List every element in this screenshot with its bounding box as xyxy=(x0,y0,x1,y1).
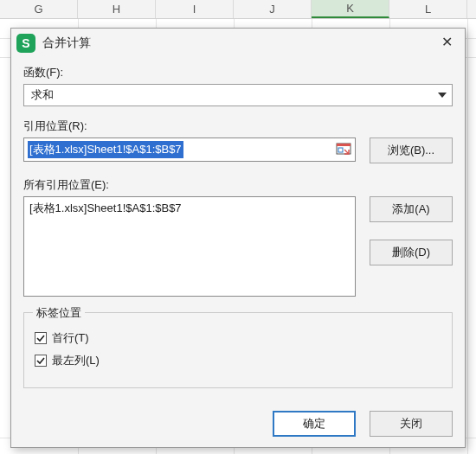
close-icon[interactable]: ✕ xyxy=(434,33,460,54)
column-headers: G H I J K L xyxy=(0,0,476,19)
col-header[interactable]: H xyxy=(78,0,156,18)
left-col-label: 最左列(L) xyxy=(52,353,100,368)
left-col-checkbox[interactable] xyxy=(35,355,47,367)
reference-value: [表格1.xlsx]Sheet1!$A$1:$B$7 xyxy=(28,141,183,158)
col-header[interactable]: L xyxy=(389,0,467,18)
left-col-checkbox-row[interactable]: 最左列(L) xyxy=(35,353,441,368)
col-header[interactable]: G xyxy=(0,0,78,18)
function-value: 求和 xyxy=(31,87,54,103)
col-header-selected[interactable]: K xyxy=(312,0,389,18)
dialog-body: 函数(F): 求和 引用位置(R): [表格1.xlsx]Sheet1!$A$1… xyxy=(11,58,465,447)
ok-button[interactable]: 确定 xyxy=(273,411,356,437)
col-header[interactable]: I xyxy=(156,0,234,18)
svg-rect-1 xyxy=(337,144,351,146)
reference-label: 引用位置(R): xyxy=(23,118,453,134)
dialog-footer: 确定 关闭 xyxy=(23,395,453,437)
all-references-listbox[interactable]: [表格1.xlsx]Sheet1!$A$1:$B$7 xyxy=(23,196,356,297)
add-button[interactable]: 添加(A) xyxy=(370,196,453,222)
range-picker-icon[interactable] xyxy=(336,143,351,157)
top-row-checkbox[interactable] xyxy=(35,332,47,344)
labels-group: 标签位置 首行(T) 最左列(L) xyxy=(23,312,453,388)
dialog-title: 合并计算 xyxy=(42,35,434,51)
reference-input[interactable]: [表格1.xlsx]Sheet1!$A$1:$B$7 xyxy=(23,137,356,162)
delete-button[interactable]: 删除(D) xyxy=(370,240,453,265)
top-row-label: 首行(T) xyxy=(52,330,89,346)
close-button[interactable]: 关闭 xyxy=(370,411,453,437)
dialog-titlebar[interactable]: S 合并计算 ✕ xyxy=(11,29,465,58)
labels-group-title: 标签位置 xyxy=(33,305,85,321)
consolidate-dialog: S 合并计算 ✕ 函数(F): 求和 引用位置(R): [表格1.xlsx]Sh… xyxy=(10,28,466,448)
browse-button[interactable]: 浏览(B)... xyxy=(370,137,453,163)
chevron-down-icon xyxy=(438,93,447,98)
function-select[interactable]: 求和 xyxy=(23,84,453,106)
all-references-label: 所有引用位置(E): xyxy=(23,177,453,193)
col-header[interactable]: J xyxy=(234,0,312,18)
app-icon: S xyxy=(16,34,35,53)
list-item[interactable]: [表格1.xlsx]Sheet1!$A$1:$B$7 xyxy=(29,201,350,216)
top-row-checkbox-row[interactable]: 首行(T) xyxy=(35,330,441,346)
function-label: 函数(F): xyxy=(23,65,453,80)
